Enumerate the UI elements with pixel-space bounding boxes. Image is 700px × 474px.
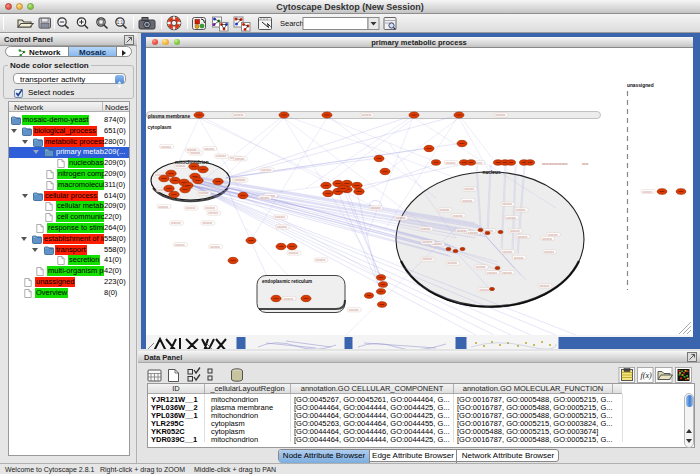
svg-text:xxxxxxx: xxxxxxx [422, 240, 432, 244]
svg-text:xxxxxxx: xxxxxxx [515, 208, 525, 212]
svg-text:xxxxxxx: xxxxxxx [395, 216, 405, 220]
svg-text:xxxxxxx: xxxxxxx [234, 157, 244, 161]
svg-text:xxxxxxx: xxxxxxx [487, 271, 497, 275]
svg-text:cytoplasm: cytoplasm [147, 125, 171, 130]
svg-text:xxxxxxx: xxxxxxx [288, 251, 298, 255]
svg-text:xxxx: xxxx [582, 162, 589, 166]
svg-text:xxxxxxx: xxxxxxx [216, 154, 226, 158]
svg-text:xxxxxxx: xxxxxxx [205, 206, 215, 210]
svg-text:xxxxxxx: xxxxxxx [174, 243, 184, 247]
svg-text:xxxxxxx: xxxxxxx [158, 205, 168, 209]
svg-text:xxxxxxx: xxxxxxx [539, 284, 549, 288]
svg-text:xxxxxxx: xxxxxxx [502, 250, 512, 254]
svg-text:xxxxxxx: xxxxxxx [513, 256, 523, 260]
svg-text:xxxxxxx: xxxxxxx [283, 297, 293, 301]
svg-text:xxxxxxx: xxxxxxx [210, 245, 220, 249]
svg-text:xxxxxxx: xxxxxxx [542, 237, 552, 241]
svg-text:xxxxxxx: xxxxxxx [502, 202, 512, 206]
svg-text:xxxxxxx: xxxxxxx [475, 265, 485, 269]
svg-text:xxxxxxx: xxxxxxx [506, 216, 516, 220]
svg-text:xxxxxxx: xxxxxxx [456, 229, 466, 233]
svg-text:xxxxxxx: xxxxxxx [208, 211, 218, 215]
svg-text:xxxxxxx: xxxxxxx [509, 229, 519, 233]
svg-text:xxxxxxx: xxxxxxx [315, 258, 325, 262]
svg-text:xxxxxxx: xxxxxxx [190, 151, 200, 155]
svg-text:xxxxxxx: xxxxxxx [198, 191, 208, 195]
svg-text:xxxxxxx: xxxxxxx [161, 145, 171, 149]
svg-text:f(x): f(x) [641, 371, 652, 380]
svg-text:xxxxxxx: xxxxxxx [170, 221, 180, 225]
svg-text:xxxxxxx: xxxxxxx [468, 231, 478, 235]
svg-text:xxxxxxx: xxxxxxx [259, 196, 269, 200]
svg-text:endoplasmic reticulum: endoplasmic reticulum [262, 279, 312, 284]
svg-text:xxxxxxx: xxxxxxx [204, 147, 214, 151]
svg-text:xxxxxxx: xxxxxxx [642, 190, 652, 194]
svg-text:xxxxxxx: xxxxxxx [361, 113, 371, 117]
svg-text:xxxxxxx: xxxxxxx [495, 113, 505, 117]
svg-text:nucleus: nucleus [482, 170, 500, 175]
svg-text:xxxxxxx: xxxxxxx [275, 215, 285, 219]
svg-text:xxxxxxx: xxxxxxx [261, 168, 271, 172]
svg-text:xxxxxxx: xxxxxxx [370, 206, 380, 210]
svg-text:xxxxxxx: xxxxxxx [517, 235, 527, 239]
svg-text:xxxxxxx: xxxxxxx [452, 214, 462, 218]
svg-text:xxxxxxx: xxxxxxx [233, 113, 243, 117]
svg-text:xxxxxxx: xxxxxxx [175, 164, 185, 168]
svg-text:xxxxxxx: xxxxxxx [422, 257, 432, 261]
svg-text:xxxxxxx: xxxxxxx [462, 199, 472, 203]
svg-text:1:1: 1:1 [117, 20, 124, 25]
svg-text:xxxxxxx: xxxxxxx [502, 271, 512, 275]
svg-text:xxxxxxx: xxxxxxx [544, 250, 554, 254]
svg-text:xxxxxxx: xxxxxxx [420, 227, 430, 231]
svg-text:xxxxxxx: xxxxxxx [348, 308, 358, 312]
svg-text:unassigned: unassigned [627, 83, 654, 88]
svg-text:xxxxxxx: xxxxxxx [202, 221, 212, 225]
svg-text:xxxxxxx: xxxxxxx [464, 187, 474, 191]
svg-text:xxxxxxx: xxxxxxx [445, 161, 455, 165]
svg-text:xxxxxxx: xxxxxxx [277, 225, 287, 229]
svg-text:plasma membrane: plasma membrane [148, 114, 190, 119]
svg-text:Search:: Search: [280, 19, 306, 28]
svg-text:xxxxxxx: xxxxxxx [479, 288, 489, 292]
svg-text:xxxxxxxxxxxxxxxx: xxxxxxxxxxxxxxxx [542, 162, 568, 166]
svg-text:xxxxxxx: xxxxxxx [447, 261, 457, 265]
svg-text:xxxxxxx: xxxxxxx [235, 178, 245, 182]
svg-text:xxxxxxx: xxxxxxx [439, 208, 449, 212]
svg-text:xxxxxxx: xxxxxxx [185, 206, 195, 210]
